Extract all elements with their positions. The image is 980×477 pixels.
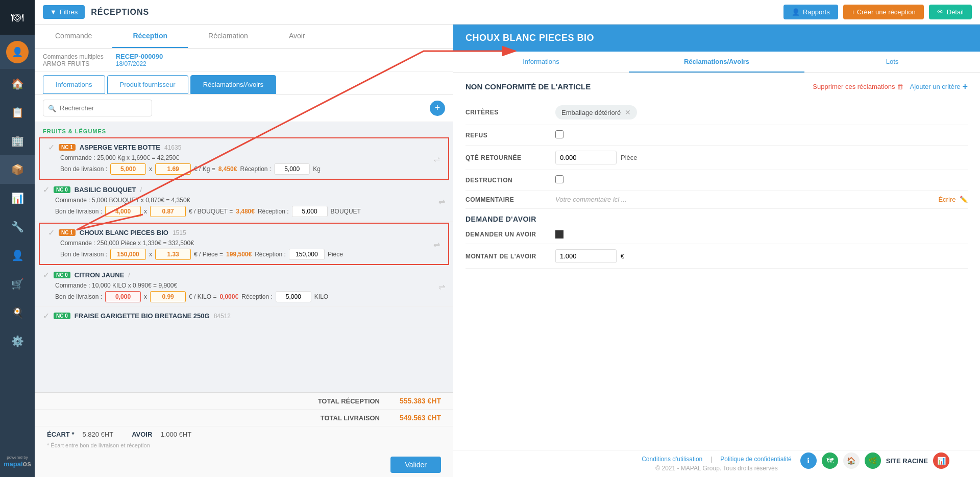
product-row-citron: Bon de livraison : x € / KILO = 0,000€ R… [55,291,445,302]
rapports-button[interactable]: 👤 Rapports [783,5,838,19]
tab-avoir[interactable]: Avoir [268,25,326,48]
ecart-row: ÉCART * 5.820 €HT AVOIR 1.000 €HT [35,426,453,442]
total-reception-value: 555.383 €HT [380,397,441,405]
sidebar-item-suppliers[interactable]: 🏢 [0,127,35,155]
add-criteria-link[interactable]: Ajouter un critère + [910,81,968,92]
reception-info: Commandes multiples ARMOR FRUITS [43,53,104,67]
sidebar-item-home[interactable]: 🏠 [0,69,35,98]
home-icon[interactable]: 🏠 [843,452,860,469]
add-product-button[interactable]: + [430,101,445,116]
inner-tab-reclamations-avoirs[interactable]: Réclamations/Avoirs [190,75,276,94]
reception-label-citron: Réception : [241,293,273,300]
sidebar-footer: powered by mapalos [0,451,35,477]
reception-input-basilic[interactable] [292,206,328,217]
transfer-icon-citron[interactable]: ⇌ [438,281,445,291]
sidebar-item-analytics[interactable]: 📊 [0,184,35,212]
product-details-choux: Commande : 250,000 Pièce x 1,330€ = 332,… [60,240,440,247]
tab-commande[interactable]: Commande [35,25,112,48]
product-code-fraise: 84512 [214,313,231,320]
rapports-label: Rapports [803,8,830,16]
demander-checkbox[interactable] [555,230,564,238]
sidebar-item-kitchen[interactable]: 🍳 [0,298,35,327]
reception-input-asperge[interactable] [274,163,310,175]
product-name-asperge: ASPERGE VERTE BOTTE [80,144,160,151]
montant-input[interactable] [555,249,617,263]
user-avatar-section[interactable]: 👤 [0,35,35,69]
ecart-note: * Écart entre bon de livraison et récept… [35,442,453,452]
demander-value [555,230,968,238]
destruction-checkbox[interactable] [555,175,564,183]
x-basilic: x [144,208,147,215]
montant-value: € [555,249,968,263]
ecrire-label: Écrire [938,196,955,203]
info-icon[interactable]: ℹ [800,452,817,469]
criteria-close-icon[interactable]: ✕ [625,108,631,116]
product-row-choux: Bon de livraison : x € / Pièce = 199,500… [60,249,440,260]
qty-input-choux[interactable] [110,249,146,260]
right-tab-informations[interactable]: Informations [453,52,629,73]
search-input[interactable] [43,100,152,116]
sidebar-item-config[interactable]: ⚙️ [0,327,35,355]
product-code-choux: 1515 [173,229,186,236]
conditions-link[interactable]: Conditions d'utilisation [642,456,702,463]
right-tab-reclamations[interactable]: Réclamations/Avoirs [629,52,804,73]
filter-button[interactable]: ▼ Filtres [43,5,85,19]
right-tab-lots[interactable]: Lots [804,52,980,73]
sidebar-item-profile[interactable]: 👤 [0,241,35,270]
transfer-icon-asperge[interactable]: ⇌ [433,154,440,163]
sidebar-item-settings[interactable]: 🔧 [0,212,35,241]
rapports-icon: 👤 [792,8,800,16]
demander-avoir-row: DEMANDER UN AVOIR [465,225,968,244]
commandes-multiples-label: Commandes multiples [43,53,104,60]
filter-label: Filtres [60,8,78,16]
bon-label-basilic: Bon de livraison : [55,208,102,215]
recep-details: RECEP-000090 18/07/2022 [116,53,163,67]
qty-input-asperge[interactable] [110,163,146,175]
reception-input-choux[interactable] [289,249,325,260]
delete-reclamations-link[interactable]: Supprimer ces réclamations 🗑 [813,83,903,90]
product-item-basilic: ✓ NC 0 BASILIC BOUQUET / Commande : 5,00… [35,181,453,222]
sidebar-item-receptions[interactable]: 📦 [0,155,35,184]
add-criteria-label: Ajouter un critère [910,83,960,90]
inner-tab-produit-fournisseur[interactable]: Produit fournisseur [107,75,188,94]
unit-citron: € / KILO = [189,293,216,300]
reception-input-citron[interactable] [276,291,311,302]
check-icon-citron: ✓ [43,270,50,280]
refus-checkbox[interactable] [555,130,564,138]
footer-separator: | [710,456,712,463]
inner-tab-informations[interactable]: Informations [43,75,105,94]
valider-button[interactable]: Valider [390,457,441,473]
price-input-citron[interactable] [150,291,186,302]
qty-input-basilic[interactable] [105,206,141,217]
price-input-choux[interactable] [155,249,191,260]
tab-reception[interactable]: Réception [112,25,188,48]
price-input-asperge[interactable] [155,163,191,175]
right-tabs: Informations Réclamations/Avoirs Lots [453,52,980,73]
sidebar-item-orders[interactable]: 📋 [0,98,35,127]
price-input-basilic[interactable] [150,206,186,217]
qty-input-citron[interactable] [105,291,141,302]
map-icon[interactable]: 🗺 [822,452,838,469]
politique-link[interactable]: Politique de confidentialité [720,456,791,463]
transfer-icon-choux[interactable]: ⇌ [433,239,440,249]
recep-date: 18/07/2022 [116,60,163,67]
product-name-choux: CHOUX BLANC PIECES BIO [80,229,168,236]
total-livraison-value: 549.563 €HT [380,414,441,422]
category-label: FRUITS & LÉGUMES [35,126,453,136]
montant-label: MONTANT DE L'AVOIR [465,253,547,260]
sidebar-item-cart[interactable]: 🛒 [0,270,35,298]
tree-icon[interactable]: 🌿 [865,452,881,469]
top-bar: ▼ Filtres RÉCEPTIONS 👤 Rapports + Créer … [35,0,980,25]
detail-button[interactable]: 👁 Détail [929,5,972,19]
tab-reclamation[interactable]: Réclamation [188,25,268,48]
left-panel: Commande Réception Réclamation Avoir Com… [35,25,453,477]
commentaire-value: Votre commentaire ici ... Écrire ✏️ [555,196,968,203]
app-logo[interactable]: 🍽 [0,0,35,35]
ecrire-button[interactable]: Écrire ✏️ [938,196,968,203]
chart-icon[interactable]: 📊 [933,452,949,469]
top-bar-actions: 👤 Rapports + Créer une réception 👁 Détai… [783,5,972,19]
destruction-value [555,175,968,185]
transfer-icon-basilic[interactable]: ⇌ [438,196,445,206]
create-reception-button[interactable]: + Créer une réception [843,5,924,19]
qte-input[interactable] [555,151,617,164]
